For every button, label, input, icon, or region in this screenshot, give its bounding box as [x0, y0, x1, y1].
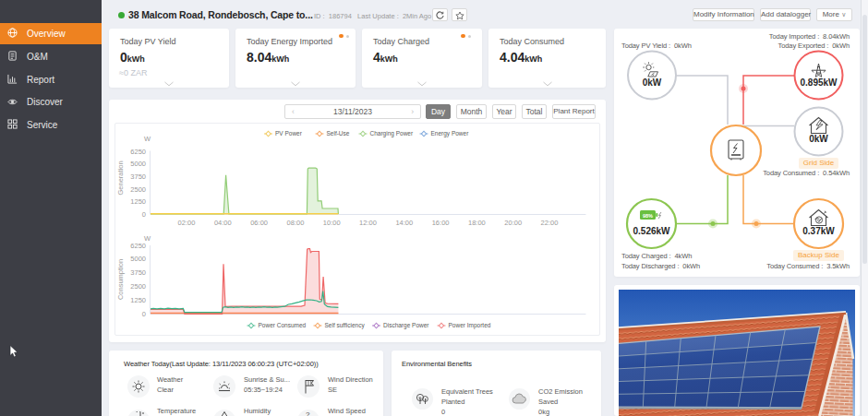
svg-text:5000: 5000 — [130, 160, 146, 168]
svg-text:Consumption: Consumption — [116, 259, 125, 300]
svg-text:Charging Power: Charging Power — [370, 130, 414, 137]
svg-text:0.895kW: 0.895kW — [800, 77, 838, 88]
svg-text:3750: 3750 — [130, 268, 146, 277]
svg-text:16:00: 16:00 — [432, 219, 450, 227]
svg-text:04:00: 04:00 — [214, 219, 232, 227]
svg-text:?: ? — [306, 411, 310, 416]
svg-text:0: 0 — [142, 310, 146, 318]
svg-text:02:00: 02:00 — [178, 219, 196, 227]
svg-text:Energy Power: Energy Power — [431, 130, 470, 137]
svg-text:3750: 3750 — [130, 172, 146, 181]
svg-text:22:00: 22:00 — [541, 219, 559, 227]
svg-text:08:00: 08:00 — [287, 219, 305, 227]
svg-text:0kW: 0kW — [643, 77, 662, 88]
svg-text:W: W — [144, 135, 151, 143]
svg-text:Self-Use: Self-Use — [327, 130, 350, 137]
svg-text:PV Power: PV Power — [275, 130, 303, 137]
svg-text:1250: 1250 — [130, 197, 146, 206]
svg-text:0kW: 0kW — [809, 134, 828, 144]
svg-text:0: 0 — [142, 210, 146, 219]
svg-text:6250: 6250 — [130, 148, 146, 156]
svg-text:12:00: 12:00 — [359, 219, 377, 227]
svg-text:6250: 6250 — [130, 242, 146, 250]
svg-text:Power Consumed: Power Consumed — [259, 322, 307, 328]
svg-text:20:00: 20:00 — [504, 219, 522, 227]
svg-text:0.37kW: 0.37kW — [802, 226, 835, 236]
svg-text:0.526kW: 0.526kW — [633, 226, 670, 236]
svg-text:Discharge Power: Discharge Power — [383, 322, 429, 329]
svg-text:Self sufficiency: Self sufficiency — [325, 322, 366, 329]
svg-text:14:00: 14:00 — [395, 219, 413, 227]
svg-text:1250: 1250 — [130, 296, 146, 304]
svg-text:Generation: Generation — [116, 160, 125, 195]
svg-text:2500: 2500 — [130, 185, 146, 194]
svg-text:10:00: 10:00 — [323, 219, 341, 227]
svg-text:5000: 5000 — [130, 255, 146, 263]
svg-text:Power Imported: Power Imported — [449, 322, 491, 329]
svg-text:18:00: 18:00 — [468, 219, 486, 227]
svg-text:2500: 2500 — [130, 282, 146, 291]
svg-text:98%: 98% — [643, 213, 653, 219]
svg-text:06:00: 06:00 — [250, 219, 268, 227]
